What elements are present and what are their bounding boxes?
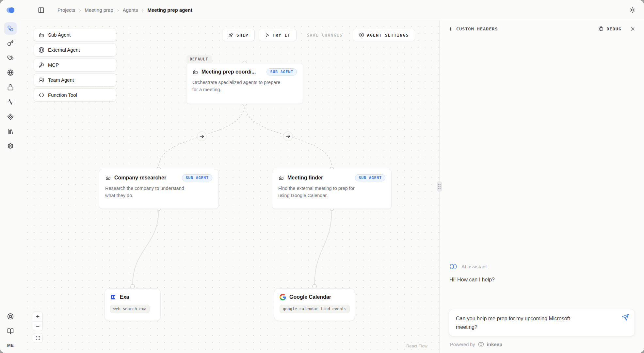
panel-resize-handle[interactable] — [437, 181, 442, 192]
palette-item-team-agent[interactable]: Team Agent — [34, 73, 116, 87]
send-icon[interactable] — [622, 314, 629, 321]
palette-item-function-tool[interactable]: Function Tool — [34, 88, 116, 102]
node-title: Meeting prep coordi... — [201, 69, 256, 75]
breadcrumb-projects[interactable]: Projects — [57, 7, 75, 13]
tool-chip: web_search_exa — [110, 305, 150, 313]
fit-view-button[interactable] — [33, 333, 43, 343]
edge-arrow-badge[interactable] — [283, 132, 293, 141]
sidebar-item-keys[interactable] — [4, 37, 17, 49]
node-company-researcher[interactable]: Company researcher SUB AGENT Research th… — [99, 169, 218, 209]
library-icon — [7, 128, 14, 135]
inkeep-logo[interactable] — [6, 7, 15, 14]
sidebar-item-tags[interactable] — [4, 52, 17, 64]
default-tag: DEFAULT — [186, 55, 212, 63]
lock-icon — [7, 84, 14, 91]
assistant-label: AI assistant — [461, 264, 487, 269]
sidebar-item-help[interactable] — [4, 310, 17, 323]
zoom-in-button[interactable] — [33, 312, 42, 321]
exa-logo — [110, 294, 117, 300]
ship-button-label: SHIP — [236, 33, 249, 38]
breadcrumb-meeting-prep[interactable]: Meeting prep — [85, 7, 113, 13]
node-description: Orchestrate specialized agents to prepar… — [192, 79, 281, 93]
palette-item-sub-agent[interactable]: Sub Agent — [34, 28, 116, 42]
node-title: Google Calendar — [289, 294, 331, 300]
chat-input[interactable]: Can you help me prep for my upcoming Mic… — [449, 309, 635, 336]
handle-exa-top[interactable] — [131, 284, 135, 288]
breadcrumb-separator: › — [117, 7, 119, 13]
zoom-out-button[interactable] — [33, 321, 42, 331]
custom-headers-button[interactable]: CUSTOM HEADERS — [448, 26, 498, 31]
plus-icon — [448, 26, 453, 31]
user-avatar[interactable]: ME — [7, 343, 14, 348]
save-changes-button[interactable]: SAVE CHANGES — [300, 29, 349, 41]
ship-button[interactable]: SHIP — [222, 29, 255, 41]
edge-arrow-badge[interactable] — [197, 132, 206, 141]
bug-icon — [598, 26, 604, 31]
try-it-button[interactable]: TRY IT — [259, 29, 297, 41]
breadcrumb-separator: › — [79, 7, 81, 13]
node-meeting-prep-coordinator[interactable]: DEFAULT Meeting prep coordi... SUB AGENT… — [186, 63, 303, 104]
chat-input-value[interactable]: Can you help me prep for my upcoming Mic… — [456, 314, 584, 331]
workflow-icon — [7, 25, 14, 32]
handle-gcal-top[interactable] — [313, 284, 316, 288]
node-google-calendar-tool[interactable]: Google Calendar google_calendar_find_eve… — [274, 288, 355, 321]
debug-label: DEBUG — [606, 26, 621, 31]
palette-item-label: External Agent — [48, 47, 80, 53]
rocket-icon — [228, 32, 233, 38]
close-icon[interactable] — [630, 26, 636, 32]
palette-item-label: Function Tool — [48, 92, 77, 98]
sidebar-item-library[interactable] — [4, 125, 17, 138]
custom-headers-label: CUSTOM HEADERS — [456, 26, 498, 31]
flow-canvas[interactable]: Sub Agent External Agent MCP Team Agent … — [21, 20, 439, 353]
node-meeting-finder[interactable]: Meeting finder SUB AGENT Find the extern… — [272, 169, 392, 209]
inkeep-mark-icon — [477, 342, 485, 347]
node-title: Meeting finder — [287, 175, 323, 181]
panel-left-icon[interactable] — [38, 7, 44, 13]
breadcrumb: Projects › Meeting prep › Agents › Meeti… — [57, 7, 192, 13]
sub-agent-badge: SUB AGENT — [182, 174, 212, 181]
activity-icon — [7, 99, 14, 105]
node-description: Research the company to understand what … — [105, 185, 194, 199]
breadcrumb-current-page: Meeting prep agent — [147, 7, 192, 13]
sidebar-item-settings[interactable] — [4, 140, 17, 152]
google-logo — [280, 294, 286, 300]
globe-icon — [39, 47, 44, 53]
palette-item-external-agent[interactable]: External Agent — [34, 43, 116, 57]
node-exa-tool[interactable]: Exa web_search_exa — [105, 288, 161, 321]
sun-icon[interactable] — [629, 7, 636, 13]
agent-settings-button-label: AGENT SETTINGS — [367, 33, 409, 38]
debug-button[interactable]: DEBUG — [598, 26, 621, 31]
sidebar-item-graph[interactable] — [4, 22, 17, 35]
play-icon — [265, 33, 270, 38]
sidebar-item-credentials[interactable] — [4, 81, 17, 93]
sub-agent-badge: SUB AGENT — [355, 174, 385, 181]
assistant-header: AI assistant — [449, 263, 635, 270]
panel-header: CUSTOM HEADERS DEBUG — [440, 20, 644, 37]
sidebar-item-components[interactable] — [4, 110, 17, 123]
sidebar-item-activity[interactable] — [4, 96, 17, 108]
save-changes-button-label: SAVE CHANGES — [307, 33, 343, 38]
breadcrumb-agents[interactable]: Agents — [123, 7, 138, 13]
canvas-toolbar: SHIP TRY IT SAVE CHANGES AGENT SETTINGS — [222, 29, 415, 41]
bot-icon — [192, 69, 198, 75]
chat-area: AI assistant Hi! How can I help? Can you… — [440, 37, 644, 353]
palette-item-label: Sub Agent — [48, 32, 71, 38]
maximize-icon — [36, 336, 40, 340]
component-icon — [7, 113, 14, 120]
node-title: Company researcher — [114, 175, 166, 181]
sidebar-item-docs[interactable] — [4, 325, 17, 337]
bot-icon — [105, 175, 111, 181]
icon-rail: ME — [0, 0, 21, 353]
react-flow-attribution[interactable]: React Flow — [406, 344, 427, 348]
powered-by-row[interactable]: Powered by inkeep — [449, 342, 635, 347]
node-title: Exa — [120, 294, 129, 300]
minus-icon — [35, 324, 40, 329]
sidebar-item-external[interactable] — [4, 66, 17, 79]
settings-icon — [7, 143, 14, 149]
agent-settings-button[interactable]: AGENT SETTINGS — [353, 29, 415, 41]
sub-agent-badge: SUB AGENT — [266, 68, 297, 76]
tool-chip: google_calendar_find_events — [280, 305, 350, 313]
palette-item-label: Team Agent — [48, 77, 74, 83]
top-bar: Projects › Meeting prep › Agents › Meeti… — [21, 0, 644, 20]
palette-item-mcp[interactable]: MCP — [34, 58, 116, 72]
